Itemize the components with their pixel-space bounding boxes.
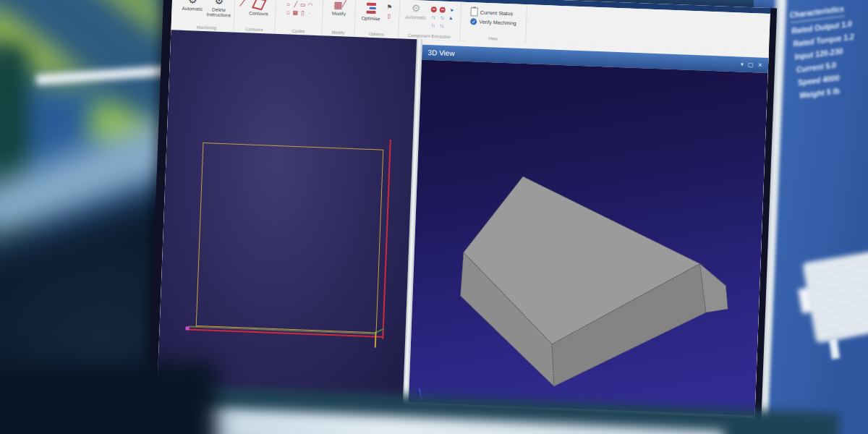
ribbon-group-component-extraction: ⚙ Automatic ▲ ↑↓ ↑↓ ▲ ↑↓ ↑↓ Component Ex [399, 0, 461, 41]
workspace: 3D View ▾ ▢ ✕ [157, 30, 769, 420]
automatic-extraction-button[interactable]: ⚙ Automatic [405, 3, 427, 20]
delete-instructions-button[interactable]: ⚙✕ Delete Instructions [205, 0, 233, 18]
dot-tool-icon[interactable]: · [309, 10, 311, 17]
rect-tool-icon[interactable]: ▭ [300, 1, 306, 8]
monitor: ⚙ Automatic ⚙✕ Delete Instructions Machi… [146, 0, 777, 434]
options-extra-buttons[interactable]: ⚑ ▯ [384, 2, 395, 20]
pencil-icon: ╱ [342, 0, 346, 7]
stock-block-3d [425, 60, 767, 416]
doc-icon: ▯ [387, 13, 391, 20]
contour-yellow-tail [375, 331, 377, 347]
viewport-3d[interactable] [409, 60, 768, 416]
plane-arrow-icon: ▲ [447, 7, 454, 14]
stop-circle-icon [430, 7, 436, 12]
extraction-icon-cluster[interactable]: ▲ ↑↓ ↑↓ ▲ ↑↓ ↑↓ [428, 4, 455, 30]
ribbon-group-cycles: ○ ╱ ▭ ◠ ⌂ ▦ ▯ · Cycles [275, 0, 323, 35]
stop-circle-icon [439, 7, 445, 12]
ribbon-group-view: Current Status ✓ Verify Machining View [460, 2, 527, 43]
delete-cross-icon: ✕ [223, 0, 229, 4]
close-icon[interactable]: ✕ [757, 61, 762, 68]
viewport-2d[interactable] [157, 30, 417, 407]
pen-icon[interactable]: ╱ [240, 0, 247, 7]
optimise-bars-icon [366, 3, 376, 14]
ribbon-group-machining: ⚙ Automatic ⚙✕ Delete Instructions Machi… [179, 0, 235, 33]
contours-button[interactable]: Contours [247, 0, 270, 17]
start-point-marker [185, 326, 189, 330]
toolpath-red-vertical-line [382, 140, 391, 339]
chevron-down-icon[interactable]: ▾ [741, 61, 744, 68]
contour-diamond-icon [252, 0, 267, 10]
clipboard-icon [471, 7, 478, 16]
verify-machining-button[interactable]: ✓ Verify Machining [470, 18, 516, 26]
cloud-icon: ▲ [448, 14, 453, 20]
contour-yellow-rect [196, 142, 384, 333]
transfer-icon: ↑↓ [431, 14, 435, 20]
arc-tool-icon[interactable]: ◠ [307, 2, 312, 9]
automatic-machining-button[interactable]: ⚙ Automatic [182, 0, 203, 12]
pocket-tool-icon[interactable]: ⌂ [286, 9, 290, 15]
ribbon-group-contours: ╱ Contours Contours [234, 0, 276, 34]
ribbon-group-modify: ▦ ╱ Modify Modify [322, 0, 356, 37]
modify-grid-icon: ▦ ╱ [333, 0, 344, 9]
application-screen: ⚙ Automatic ⚙✕ Delete Instructions Machi… [157, 0, 770, 421]
viewport-3d-title: 3D View [427, 48, 454, 57]
foreground-dark-corner [0, 362, 217, 434]
circle-tool-icon[interactable]: ○ [286, 1, 290, 7]
check-circle-icon: ✓ [470, 18, 477, 25]
optimise-button[interactable]: Optimise [360, 1, 383, 21]
spec-text-block: Characteristics Rated Output 1.0 Rated T… [789, 0, 868, 103]
gear-icon: ⚙ [412, 3, 421, 14]
panel-3d: 3D View ▾ ▢ ✕ [409, 40, 769, 421]
gear-delete-icon: ⚙✕ [214, 0, 224, 7]
person-icon: ↑↓ [431, 22, 435, 28]
modify-button[interactable]: ▦ ╱ Modify [328, 0, 350, 17]
ribbon-group-options: Optimise ⚑ ▯ Options [354, 0, 400, 38]
line-tool-icon[interactable]: ╱ [294, 1, 297, 8]
slot-tool-icon[interactable]: ▯ [301, 9, 305, 16]
person-icon: ↑↓ [440, 22, 443, 28]
group-label-modify: Modify [323, 29, 352, 36]
float-window-icon[interactable]: ▢ [748, 61, 754, 68]
transfer-icon: ↑↓ [440, 14, 443, 20]
current-status-button[interactable]: Current Status [471, 7, 517, 17]
flag-icon: ⚑ [386, 2, 393, 13]
hatch-tool-icon[interactable]: ▦ [292, 9, 298, 16]
gear-icon: ⚙ [188, 0, 197, 6]
